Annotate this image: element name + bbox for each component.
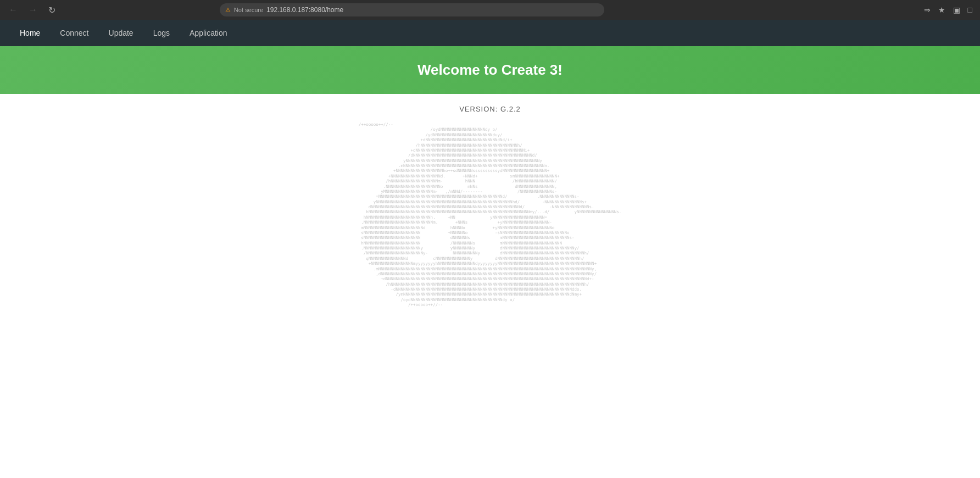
main-content: VERSION: G.2.2 /++ooooo++//-- /oydNNNNNN… xyxy=(0,94,980,319)
browser-toolbar-right: ⇒ ★ ▣ □ xyxy=(922,4,975,15)
browser-chrome: ← → ↻ ⚠ Not secure 192.168.0.187:8080/ho… xyxy=(0,0,980,20)
address-url: 192.168.0.187:8080/home xyxy=(266,6,343,14)
back-button[interactable]: ← xyxy=(5,4,21,16)
cast-icon[interactable]: ⇒ xyxy=(922,4,933,15)
version-text: VERSION: G.2.2 xyxy=(11,105,969,113)
ascii-art: /++ooooo++//-- /oydNNNNNNNNNNNNNNNNNNdy … xyxy=(359,122,622,308)
nav-home[interactable]: Home xyxy=(11,24,49,42)
version-value: G.2.2 xyxy=(500,105,521,113)
nav-bar: Home Connect Update Logs Application xyxy=(0,20,980,46)
not-secure-label: Not secure xyxy=(234,7,263,13)
nav-logs[interactable]: Logs xyxy=(144,24,179,42)
nav-connect[interactable]: Connect xyxy=(51,24,97,42)
extension-icon[interactable]: ▣ xyxy=(951,4,962,15)
reload-button[interactable]: ↻ xyxy=(45,4,59,16)
nav-update[interactable]: Update xyxy=(100,24,142,42)
nav-application[interactable]: Application xyxy=(181,24,236,42)
hero-banner: Welcome to Create 3! xyxy=(0,46,980,94)
not-secure-icon: ⚠ xyxy=(225,7,231,14)
hero-title: Welcome to Create 3! xyxy=(11,62,969,79)
address-bar[interactable]: ⚠ Not secure 192.168.0.187:8080/home xyxy=(220,3,604,16)
bookmark-icon[interactable]: ★ xyxy=(936,4,948,15)
version-label: VERSION: xyxy=(459,105,500,113)
window-icon[interactable]: □ xyxy=(966,4,975,15)
forward-button[interactable]: → xyxy=(25,4,41,16)
